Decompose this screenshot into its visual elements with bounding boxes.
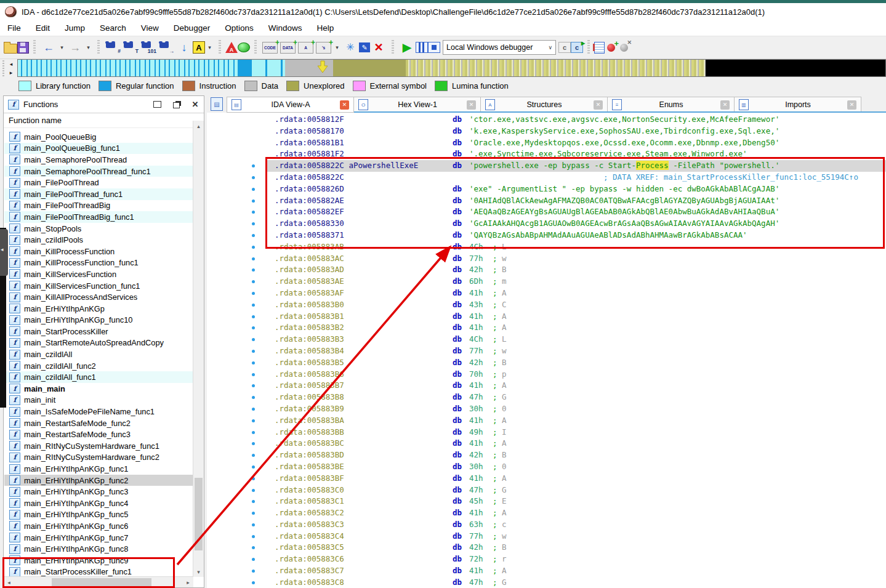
function-row[interactable]: fmain_FilePoolThreadBig	[4, 200, 193, 212]
function-row[interactable]: fmain_ErHiYtIhpAnKGp_func1	[4, 463, 193, 475]
function-row[interactable]: fmain_PoolQueueBig	[4, 131, 193, 143]
menu-item-help[interactable]: Help	[309, 22, 341, 34]
menu-item-edit[interactable]: Edit	[28, 22, 57, 34]
menu-item-windows[interactable]: Windows	[261, 22, 310, 34]
listing-row-byte[interactable]: .rdata:005883B7db41h; A	[207, 380, 886, 392]
highlight-name-icon[interactable]: A	[193, 41, 205, 54]
highlight-caret-icon[interactable]: ▾	[206, 41, 213, 54]
listing-row-byte[interactable]: .rdata:005883B5db42h; B	[207, 357, 886, 369]
make-unknown-icon[interactable]: ✳	[343, 41, 358, 54]
scroll-up-icon[interactable]: ▴	[193, 121, 204, 131]
tab-close-icon[interactable]: ✕	[594, 100, 603, 110]
navband-right-button[interactable]: ▸	[7, 68, 15, 77]
lumina-icon[interactable]	[238, 42, 250, 52]
function-row[interactable]: fmain_ErHiYtIhpAnKGp_func9	[4, 555, 193, 566]
listing-row-byte[interactable]: .rdata:005883BCdb41h; A	[207, 438, 886, 449]
function-row[interactable]: fmain_ErHiYtIhpAnKGp_func8	[4, 543, 193, 555]
debug-stop-icon[interactable]	[428, 42, 440, 53]
menu-item-search[interactable]: Search	[92, 22, 134, 34]
menu-item-jump[interactable]: Jump	[57, 22, 92, 34]
navigation-band[interactable]	[17, 59, 886, 77]
function-row[interactable]: fmain_KillProcessFunction_func1	[4, 257, 193, 269]
function-row[interactable]: fmain_KillServicesFunction	[4, 268, 193, 280]
tab-close-icon[interactable]: ✕	[467, 100, 476, 110]
jump-forward-icon[interactable]: →	[68, 41, 83, 54]
listing-row-byte[interactable]: .rdata:005883B0db43h; C	[207, 299, 886, 311]
tab-enums[interactable]: ≡Enums✕	[607, 97, 735, 113]
maximize-button[interactable]	[153, 101, 161, 108]
function-row[interactable]: fmain_KillAllProcessAndServices	[4, 291, 193, 303]
debugger-select[interactable]: Local Windows debugger∨	[443, 40, 556, 55]
tab-close-icon[interactable]: ✕	[847, 100, 856, 110]
listing-row-byte[interactable]: .rdata:005883B1db41h; A	[207, 311, 886, 323]
edit-function-icon[interactable]: ✎	[359, 42, 370, 52]
listing-row-byte[interactable]: .rdata:005883BDdb42h; B	[207, 449, 886, 461]
listing-row-byte[interactable]: .rdata:005883BBdb49h; I	[207, 427, 886, 438]
disassembly-listing[interactable]: .rdata:0058812Fdb'ctor.exe,vastsvc.exe,a…	[207, 114, 886, 588]
function-row[interactable]: fmain_RestartSafeMode_func3	[4, 429, 193, 440]
function-row[interactable]: fmain_ErHiYtIhpAnKGp_func4	[4, 497, 193, 509]
splitter-handle[interactable]: ◂	[0, 229, 8, 276]
listing-row-byte[interactable]: .rdata:005883BAdb41h; A	[207, 415, 886, 427]
listing-row[interactable]: .rdata:00588371db'QAYQBzAGsAbABpAHMAdAAu…	[207, 230, 886, 241]
menu-item-options[interactable]: Options	[217, 22, 261, 34]
open-file-icon[interactable]	[4, 44, 17, 54]
listing-row[interactable]: .rdata:005881B1db'Oracle.exe,Mydesktopqo…	[207, 137, 886, 149]
jump-back-caret-icon[interactable]: ▾	[58, 41, 65, 54]
tab-imports[interactable]: ▥Imports✕	[734, 97, 861, 113]
function-row[interactable]: fmain_IsSafeModePeFileName_func1	[4, 406, 193, 417]
listing-row[interactable]: .rdata:0058812Fdb'ctor.exe,vastsvc.exe,a…	[207, 114, 886, 126]
function-row[interactable]: fmain_FilePoolThreadBig_func1	[4, 211, 193, 223]
listing-row-byte[interactable]: .rdata:005883AEdb6Dh; m	[207, 276, 886, 288]
function-row[interactable]: fmain_KillServicesFunction_func1	[4, 280, 193, 292]
listing-row-byte[interactable]: .rdata:005883B4db77h; w	[207, 345, 886, 357]
listing-row-byte[interactable]: .rdata:005883C0db47h; G	[207, 485, 886, 496]
function-row[interactable]: fmain_RestartSafeMode_func2	[4, 417, 193, 429]
jump-address-icon[interactable]: ↓	[177, 41, 191, 54]
listing-row-selected[interactable]: .rdata:0058822C aPowershellExeEdb'powers…	[207, 160, 886, 172]
tabbar-icon[interactable]: ▤	[211, 97, 223, 111]
function-row[interactable]: fmain_ErHiYtIhpAnKGp_func3	[4, 486, 193, 497]
listing-row-byte[interactable]: .rdata:005883C5db42h; B	[207, 542, 886, 554]
debug-pause-icon[interactable]	[416, 42, 428, 53]
listing-row[interactable]: .rdata:005882AEdb'0AHIAdQBlACkAewAgAFMAZ…	[207, 195, 886, 207]
functions-horizontal-scrollbar[interactable]: ◂ ▸	[4, 576, 193, 587]
listing-row[interactable]: .rdata:0058826Ddb'exe" -ArgumentList " -…	[207, 183, 886, 195]
listing-row-xref[interactable]: .rdata:0058822C; DATA XREF: main_StartPr…	[207, 172, 886, 183]
function-row[interactable]: fmain_RItNyCuSystemHardware_func2	[4, 452, 193, 464]
function-row[interactable]: fmain_ErHiYtIhpAnKGp_func10	[4, 315, 193, 326]
listing-row-byte[interactable]: .rdata:005883C2db41h; A	[207, 507, 886, 519]
make-name-icon[interactable]: A	[298, 42, 313, 54]
function-row[interactable]: fmain_cziIdlAll_func1	[4, 371, 193, 383]
tab-hex-view-1[interactable]: OHex View-1✕	[353, 97, 481, 113]
make-data-icon[interactable]: DATA	[280, 42, 296, 54]
save-file-icon[interactable]	[17, 42, 29, 54]
listing-row-byte[interactable]: .rdata:005883B8db47h; G	[207, 392, 886, 403]
listing-row-byte[interactable]: .rdata:005883C3db63h; c	[207, 519, 886, 531]
tab-close-icon[interactable]: ✕	[340, 100, 349, 110]
listing-row-byte[interactable]: .rdata:005883C4db77h; w	[207, 531, 886, 542]
functions-vertical-scrollbar[interactable]: ▴ ▾	[193, 121, 204, 577]
run-to-cursor-icon[interactable]: c	[571, 42, 583, 53]
listing-row-byte[interactable]: .rdata:005883BFdb41h; A	[207, 473, 886, 485]
listing-row-byte[interactable]: .rdata:005883C6db72h; r	[207, 554, 886, 565]
function-row[interactable]: fmain_SemaphorePoolThread_func1	[4, 166, 193, 177]
listing-row-byte[interactable]: .rdata:005883B9db30h; 0	[207, 403, 886, 415]
function-row[interactable]: fmain_cziIdlAll_func2	[4, 360, 193, 372]
function-row[interactable]: fmain_ErHiYtIhpAnKGp	[4, 303, 193, 315]
function-row[interactable]: fmain_StartProcessKiller	[4, 326, 193, 337]
function-row[interactable]: fmain_main	[4, 383, 193, 395]
tab-close-icon[interactable]: ✕	[720, 100, 730, 110]
search-binary-icon[interactable]: 101	[141, 41, 156, 54]
close-button[interactable]: ✕	[191, 101, 199, 108]
make-code-icon[interactable]: CODE	[262, 42, 278, 54]
function-row[interactable]: fmain_ErHiYtIhpAnKGp_func2	[4, 475, 193, 486]
tab-ida-view-a[interactable]: ▤IDA View-A✕	[227, 97, 354, 113]
listing-row-byte[interactable]: .rdata:005883ADdb42h; B	[207, 264, 886, 276]
listing-row-byte[interactable]: .rdata:005883BEdb30h; 0	[207, 461, 886, 473]
debug-start-icon[interactable]: ▶	[400, 41, 414, 54]
function-row[interactable]: fmain_SemaphorePoolThread	[4, 154, 193, 166]
analyze-icon[interactable]: A	[225, 42, 238, 53]
debugger-windows-icon[interactable]	[594, 42, 605, 54]
jump-back-icon[interactable]: ←	[41, 41, 56, 54]
